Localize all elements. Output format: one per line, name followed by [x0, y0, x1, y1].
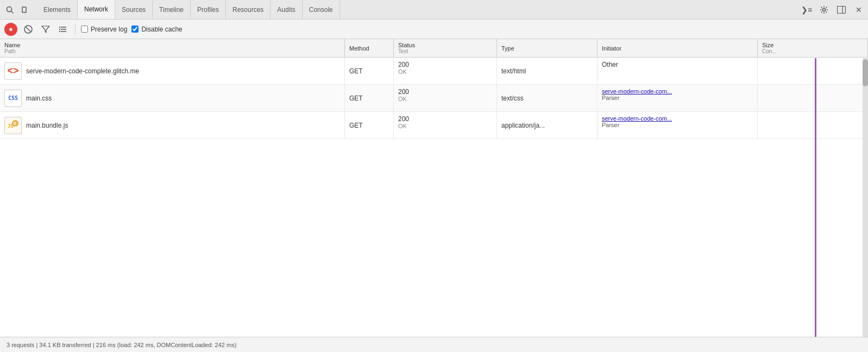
table-header: Name Path Method Status Text Type Initia… [0, 39, 868, 58]
svg-text:⚙: ⚙ [13, 122, 16, 125]
disable-cache-label[interactable]: Disable cache [131, 26, 182, 33]
col-header-size[interactable]: Size Con... [758, 39, 868, 57]
row3-method-cell: GET [345, 112, 394, 139]
disable-cache-checkbox[interactable] [131, 26, 139, 33]
search-icon[interactable] [2, 2, 17, 17]
toolbar-divider [75, 24, 76, 35]
row2-initiator-sub: Parser [602, 95, 619, 101]
nav-right-controls: ❯≡ ✕ [800, 3, 866, 17]
clear-button[interactable] [22, 23, 35, 36]
row3-initiator-sub: Parser [602, 122, 619, 128]
filter-button[interactable] [39, 23, 52, 36]
settings-icon[interactable] [817, 3, 831, 17]
scrollbar-track[interactable] [863, 58, 868, 337]
network-toolbar: ● Preserve log Disable cache [0, 20, 868, 39]
row2-initiator-link: serve-modern-code-com... [602, 88, 672, 95]
scrollbar-thumb[interactable] [863, 59, 868, 86]
col-header-name[interactable]: Name Path [0, 39, 345, 57]
col-header-method[interactable]: Method [345, 39, 394, 57]
network-table: Name Path Method Status Text Type Initia… [0, 39, 868, 337]
record-button[interactable]: ● [4, 23, 17, 36]
row3-type: application/ja... [501, 122, 545, 129]
row2-status-cell: 200 OK [394, 85, 497, 111]
row2-type: text/css [501, 95, 524, 102]
top-nav-bar: Elements Network Sources Timeline Profil… [0, 0, 868, 20]
row1-method: GET [349, 67, 363, 75]
execute-icon[interactable]: ❯≡ [800, 3, 814, 17]
svg-point-3 [24, 11, 24, 12]
col-header-initiator[interactable]: Initiator [597, 39, 758, 57]
col-header-type[interactable]: Type [497, 39, 597, 57]
status-bar: 3 requests | 34.1 KB transferred | 216 m… [0, 337, 868, 352]
row3-size-cell [758, 112, 868, 139]
row2-status-text: OK [398, 96, 407, 102]
row1-size-cell [758, 58, 868, 84]
table-row[interactable]: <> serve-modern-code-complete.glitch.me … [0, 58, 868, 85]
preserve-log-text: Preserve log [91, 26, 127, 33]
row3-initiator-cell: serve-modern-code-com... Parser [597, 112, 758, 139]
svg-rect-15 [59, 31, 60, 32]
html-file-icon: <> [4, 62, 22, 80]
table-body: <> serve-modern-code-complete.glitch.me … [0, 58, 868, 337]
row1-name-cell: <> serve-modern-code-complete.glitch.me [0, 58, 345, 84]
row3-type-cell: application/ja... [497, 112, 597, 139]
row3-filename: main.bundle.js [26, 122, 68, 129]
tab-timeline[interactable]: Timeline [153, 0, 191, 19]
row1-filename: serve-modern-code-complete.glitch.me [26, 67, 139, 75]
row2-method: GET [349, 95, 363, 102]
tab-audits[interactable]: Audits [271, 0, 302, 19]
row1-initiator-cell: Other [597, 58, 758, 84]
svg-line-1 [11, 11, 14, 13]
table-row[interactable]: CSS main.css GET 200 OK text/css serve-m… [0, 85, 868, 112]
row3-method: GET [349, 122, 363, 129]
tab-sources[interactable]: Sources [115, 0, 153, 19]
svg-rect-5 [838, 6, 846, 13]
row3-name-cell: JS ⚙ main.bundle.js [0, 112, 345, 139]
row2-status-code: 200 [398, 88, 409, 96]
device-toggle-icon[interactable] [17, 2, 33, 17]
row3-status-cell: 200 OK [394, 112, 497, 139]
row1-status-text: OK [398, 68, 407, 75]
tab-resources[interactable]: Resources [226, 0, 271, 19]
svg-point-4 [823, 8, 826, 11]
row2-name-cell: CSS main.css [0, 85, 345, 111]
tab-elements[interactable]: Elements [37, 0, 78, 19]
row1-status-code: 200 [398, 61, 409, 68]
svg-line-8 [26, 27, 30, 32]
list-view-button[interactable] [56, 23, 70, 36]
svg-rect-13 [59, 27, 60, 28]
table-row[interactable]: JS ⚙ main.bundle.js GET 200 OK applicati… [0, 112, 868, 139]
svg-marker-9 [42, 26, 49, 33]
row2-size-cell [758, 85, 868, 111]
row3-initiator-link: serve-modern-code-com... [602, 115, 672, 122]
disable-cache-text: Disable cache [141, 26, 182, 33]
close-icon[interactable]: ✕ [852, 3, 866, 17]
nav-tabs: Elements Network Sources Timeline Profil… [37, 0, 340, 19]
tab-profiles[interactable]: Profiles [191, 0, 226, 19]
preserve-log-checkbox[interactable] [81, 26, 88, 33]
row3-status-code: 200 [398, 115, 409, 123]
svg-rect-14 [59, 29, 60, 30]
js-file-icon: JS ⚙ [4, 117, 22, 134]
row2-method-cell: GET [345, 85, 394, 111]
row2-initiator-cell: serve-modern-code-com... Parser [597, 85, 758, 111]
row2-type-cell: text/css [497, 85, 597, 111]
row1-method-cell: GET [345, 58, 394, 84]
row1-initiator: Other [602, 61, 618, 68]
css-file-icon: CSS [4, 90, 22, 107]
row1-status-cell: 200 OK [394, 58, 497, 84]
row3-status-text: OK [398, 123, 407, 129]
row2-filename: main.css [26, 95, 52, 102]
tab-network[interactable]: Network [78, 0, 115, 19]
purple-waterfall-bar [815, 58, 816, 337]
col-header-status[interactable]: Status Text [394, 39, 497, 57]
tab-console[interactable]: Console [303, 0, 340, 19]
dock-icon[interactable] [834, 3, 848, 17]
preserve-log-label[interactable]: Preserve log [81, 26, 127, 33]
status-bar-text: 3 requests | 34.1 KB transferred | 216 m… [7, 342, 236, 348]
row1-type: text/html [501, 67, 526, 75]
row1-type-cell: text/html [497, 58, 597, 84]
